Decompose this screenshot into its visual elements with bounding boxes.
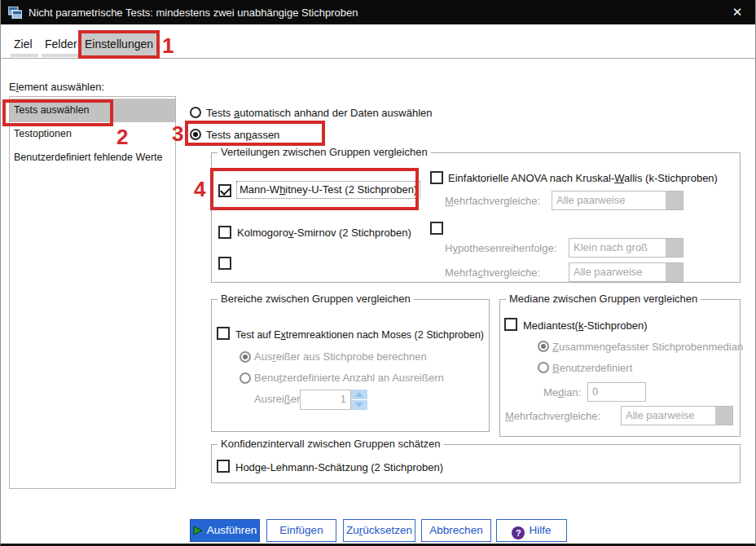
radio-ausreisser-stichprobe: [240, 351, 251, 363]
window-title: Nicht parametrische Tests: mindestens zw…: [29, 7, 358, 19]
radio-tests-automatisch-label[interactable]: Tests automatisch anhand der Daten auswä…: [206, 106, 433, 121]
app-icon: [8, 7, 22, 19]
ausreisser-value: 1: [300, 390, 351, 410]
annotation-number-1: 1: [162, 33, 174, 59]
checkbox-hodge-lehmann-label[interactable]: Hodge-Lehmann-Schätzung (2 Stichproben): [235, 460, 443, 475]
cancel-button-label: Abbrechen: [429, 524, 482, 536]
checkbox-hodge-lehmann[interactable]: [217, 460, 230, 473]
run-button-label: Ausführen: [207, 524, 257, 536]
paste-button[interactable]: Einfügen: [266, 519, 336, 542]
checkbox-moses[interactable]: [217, 327, 230, 340]
checkbox-unlabeled-left[interactable]: [218, 257, 231, 270]
annotation-number-3: 3: [172, 121, 183, 147]
mehrfachvergleiche-median-label: Mehrfachvergleiche:: [505, 409, 600, 424]
dropdown-button-icon: [666, 263, 683, 281]
mehrfachvergleiche2-dropdown: Alle paarweise: [569, 262, 683, 282]
cancel-button[interactable]: Abbrechen: [421, 519, 491, 542]
tab-ziel[interactable]: Ziel: [14, 37, 33, 51]
radio-ausreisser-stichprobe-label: Ausreißer aus Stichprobe berechnen: [254, 350, 427, 364]
group-konfidenzintervall-title: Konfidenzintervall zwischen Gruppen schä…: [218, 438, 444, 451]
element-select-label: Element auswählen:: [9, 81, 104, 93]
median-label: Median:: [543, 385, 581, 400]
checkbox-unlabeled-right[interactable]: [430, 222, 443, 235]
tab-ziel-indicator: [11, 54, 38, 57]
checkbox-kolmogorov[interactable]: [218, 226, 231, 239]
group-mediane-title: Mediane zwischen Gruppen vergleichen: [506, 293, 701, 306]
radio-benutzerdefinierte-anzahl-label: Benutzerdefinierte Anzahl an Ausreißern: [254, 371, 444, 385]
checkbox-mediantest-label[interactable]: Mediantest(k-Stichproben): [523, 319, 647, 333]
reset-button[interactable]: Zurücksetzen: [343, 519, 415, 542]
ausreisser-label: Ausreißer:: [254, 392, 303, 407]
run-play-icon: [193, 522, 203, 543]
list-item-tests-auswaehlen[interactable]: Tests auswählen: [10, 99, 175, 122]
element-listbox: Tests auswählen Testoptionen Benutzerdef…: [9, 96, 176, 489]
checkbox-kruskal-wallis-label[interactable]: Einfaktorielle ANOVA nach Kruskal-Wallis…: [448, 171, 718, 186]
tab-einstellungen[interactable]: Einstellungen: [81, 33, 156, 55]
median-input: 0: [587, 382, 646, 402]
radio-zusammengefasster: [538, 341, 549, 352]
help-question-icon: ?: [512, 526, 525, 539]
radio-zusammengefasster-label: Zusammengefasster Stichprobenmedian: [552, 340, 743, 354]
dialog-window: Nicht parametrische Tests: mindestens zw…: [0, 0, 756, 546]
titlebar: Nicht parametrische Tests: mindestens zw…: [1, 0, 755, 24]
tab-felder[interactable]: Felder: [45, 37, 77, 51]
group-bereiche: [211, 299, 490, 432]
radio-tests-automatisch[interactable]: [190, 107, 201, 118]
dropdown-button-icon: [666, 239, 683, 257]
group-bereiche-title: Bereiche zwischen Gruppen vergleichen: [218, 293, 414, 306]
mehrfachvergleiche-anova-value: Alle paarweise: [556, 194, 626, 206]
hypothesenreihenfolge-dropdown: Klein nach groß: [569, 238, 683, 258]
dropdown-button-icon: [666, 192, 683, 209]
close-icon[interactable]: ✕: [727, 5, 748, 20]
radio-tests-anpassen-label[interactable]: Tests anpassen: [206, 128, 279, 143]
radio-benutzerdefinierte-anzahl: [240, 372, 251, 384]
paste-button-label: Einfügen: [279, 524, 323, 536]
dropdown-button-icon: [715, 407, 732, 425]
annotation-number-4: 4: [194, 177, 205, 202]
help-button-label: Hilfe: [529, 524, 551, 536]
list-item-benutzerdefiniert[interactable]: Benutzerdefiniert fehlende Werte: [10, 146, 175, 170]
mehrfachvergleiche2-label: Mehrfachvergleiche:: [445, 266, 540, 280]
reset-button-label: Zurücksetzen: [346, 524, 412, 536]
spinner-up-icon: [351, 390, 367, 399]
checkbox-mann-whitney-label[interactable]: Mann-Whitney-U-Test (2 Stichproben): [236, 181, 420, 199]
ausreisser-spinner: 1: [300, 390, 367, 410]
tabs-separator: [1, 58, 755, 59]
mehrfachvergleiche-median-dropdown: Alle paarweise: [621, 406, 733, 425]
radio-tests-anpassen[interactable]: [190, 129, 201, 140]
checkbox-mediantest[interactable]: [504, 318, 517, 331]
hypothesenreihenfolge-value: Klein nach groß: [574, 241, 648, 253]
checkbox-moses-label[interactable]: Test auf Extremreaktionen nach Moses (2 …: [235, 328, 484, 342]
mehrfachvergleiche-median-value: Alle paarweise: [626, 409, 695, 421]
annotation-number-2: 2: [116, 125, 128, 150]
hypothesenreihenfolge-label: Hypothesenreihenfolge:: [445, 241, 556, 256]
checkbox-kruskal-wallis[interactable]: [430, 171, 443, 184]
help-button[interactable]: ?Hilfe: [496, 519, 567, 542]
list-item-testoptionen[interactable]: Testoptionen: [10, 122, 175, 146]
checkbox-mann-whitney[interactable]: [218, 184, 231, 197]
checkbox-kolmogorov-label[interactable]: Kolmogorov-Smirnov (2 Stichproben): [237, 226, 411, 240]
spinner-down-icon: [351, 400, 367, 410]
radio-benutzerdefiniert: [538, 362, 549, 373]
mehrfachvergleiche-anova-label: Mehrfachvergleiche:: [445, 194, 540, 209]
group-verteilungen-title: Verteilungen zwischen Gruppen vergleiche…: [218, 146, 431, 159]
mehrfachvergleiche-anova-dropdown: Alle paarweise: [552, 191, 683, 210]
run-button[interactable]: Ausführen: [190, 519, 260, 542]
tab-felder-indicator: [42, 54, 78, 57]
mehrfachvergleiche2-value: Alle paarweise: [574, 266, 643, 278]
radio-benutzerdefiniert-label: Benutzerdefiniert: [552, 361, 632, 376]
